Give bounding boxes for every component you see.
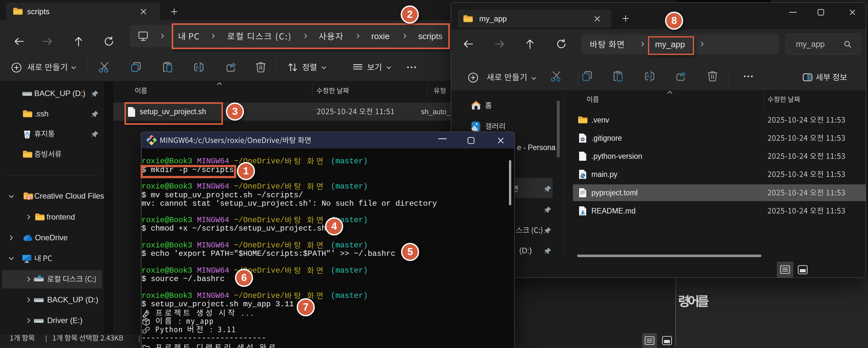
svg-text:Cc: Cc — [27, 195, 31, 199]
svg-text:A: A — [195, 65, 199, 70]
svg-text:A: A — [646, 74, 650, 79]
